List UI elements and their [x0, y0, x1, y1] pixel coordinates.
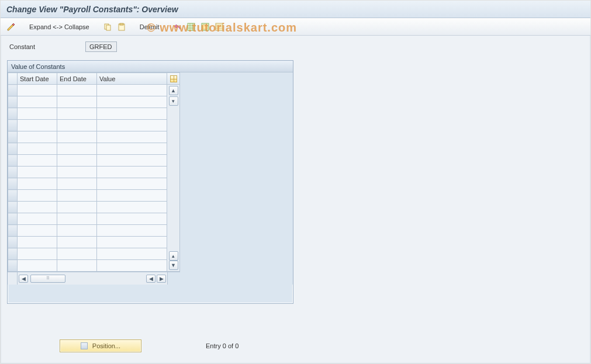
col-header-start-date[interactable]: Start Date	[18, 73, 57, 85]
scroll-thumb[interactable]: ⠿	[30, 275, 65, 283]
table-cell[interactable]	[57, 131, 97, 143]
scroll-left-button[interactable]: ◀	[19, 275, 28, 283]
table-cell[interactable]	[18, 131, 57, 143]
table-cell[interactable]	[57, 85, 97, 96]
table-row[interactable]	[8, 108, 167, 120]
deselect-all-button[interactable]	[199, 21, 211, 33]
table-cell[interactable]	[18, 237, 57, 248]
table-cell[interactable]	[18, 225, 57, 237]
table-cell[interactable]	[57, 167, 97, 178]
table-cell[interactable]	[18, 85, 57, 96]
table-row[interactable]	[8, 143, 167, 155]
table-cell[interactable]	[18, 143, 57, 155]
row-selector[interactable]	[8, 248, 18, 260]
table-cell[interactable]	[97, 85, 167, 96]
horizontal-scrollbar[interactable]: ◀ ⠿ ◀ ▶	[18, 272, 167, 285]
row-selector[interactable]	[8, 213, 18, 225]
table-cell[interactable]	[97, 248, 167, 260]
table-cell[interactable]	[18, 108, 57, 120]
table-cell[interactable]	[57, 225, 97, 237]
row-selector[interactable]	[8, 178, 18, 190]
table-cell[interactable]	[57, 202, 97, 213]
table-cell[interactable]	[18, 202, 57, 213]
row-selector[interactable]	[8, 237, 18, 248]
table-cell[interactable]	[57, 248, 97, 260]
table-cell[interactable]	[97, 213, 167, 225]
row-selector[interactable]	[8, 202, 18, 213]
table-cell[interactable]	[18, 155, 57, 167]
vertical-scrollbar[interactable]: ▲ ▾ ▴ ▼	[167, 85, 180, 272]
table-cell[interactable]	[18, 178, 57, 190]
scroll-up-button[interactable]: ▲	[169, 86, 178, 95]
col-header-value[interactable]: Value	[97, 73, 167, 85]
copy-button[interactable]	[102, 21, 113, 33]
table-row[interactable]	[8, 85, 167, 96]
table-cell[interactable]	[57, 237, 97, 248]
row-selector[interactable]	[8, 143, 18, 155]
table-cell[interactable]	[97, 131, 167, 143]
table-cell[interactable]	[57, 120, 97, 131]
row-selector[interactable]	[8, 167, 18, 178]
table-cell[interactable]	[97, 143, 167, 155]
col-header-end-date[interactable]: End Date	[57, 73, 97, 85]
table-cell[interactable]	[97, 108, 167, 120]
table-cell[interactable]	[97, 167, 167, 178]
table-config-button[interactable]	[167, 72, 180, 85]
table-row[interactable]	[8, 248, 167, 260]
row-selector[interactable]	[8, 260, 18, 272]
table-cell[interactable]	[18, 167, 57, 178]
table-cell[interactable]	[18, 190, 57, 202]
table-row[interactable]	[8, 178, 167, 190]
table-row[interactable]	[8, 190, 167, 202]
row-selector[interactable]	[8, 108, 18, 120]
position-button[interactable]: Position...	[60, 339, 141, 352]
row-selector[interactable]	[8, 120, 18, 131]
table-row[interactable]	[8, 96, 167, 108]
table-cell[interactable]	[97, 120, 167, 131]
table-row[interactable]	[8, 167, 167, 178]
expand-collapse-button[interactable]: Expand <-> Collapse	[25, 21, 94, 33]
table-cell[interactable]	[97, 202, 167, 213]
table-cell[interactable]	[97, 260, 167, 272]
table-cell[interactable]	[57, 213, 97, 225]
paste-button[interactable]	[116, 21, 127, 33]
table-row[interactable]	[8, 131, 167, 143]
delimit-button[interactable]: Delimit	[136, 21, 164, 33]
table-cell[interactable]	[18, 96, 57, 108]
table-row[interactable]	[8, 260, 167, 272]
row-selector[interactable]	[8, 85, 18, 96]
table-cell[interactable]	[18, 120, 57, 131]
table-cell[interactable]	[57, 108, 97, 120]
select-all-button[interactable]	[185, 21, 197, 33]
table-cell[interactable]	[57, 190, 97, 202]
table-cell[interactable]	[97, 190, 167, 202]
table-cell[interactable]	[57, 143, 97, 155]
scroll-down-thumb[interactable]: ▴	[169, 251, 178, 261]
table-cell[interactable]	[97, 96, 167, 108]
undo-button[interactable]	[171, 21, 183, 33]
table-cell[interactable]	[97, 155, 167, 167]
toggle-edit-button[interactable]	[5, 21, 17, 33]
row-selector[interactable]	[8, 190, 18, 202]
table-cell[interactable]	[97, 178, 167, 190]
table-cell[interactable]	[18, 248, 57, 260]
scroll-up-thumb[interactable]: ▾	[169, 96, 178, 106]
table-row[interactable]	[8, 155, 167, 167]
constants-table[interactable]: Start Date End Date Value	[8, 72, 167, 272]
table-row[interactable]	[8, 202, 167, 213]
row-selector[interactable]	[8, 155, 18, 167]
row-selector[interactable]	[8, 96, 18, 108]
table-view-button[interactable]	[213, 21, 225, 33]
table-row[interactable]	[8, 225, 167, 237]
scroll-down-button[interactable]: ▼	[169, 261, 178, 270]
table-cell[interactable]	[97, 225, 167, 237]
row-selector[interactable]	[8, 225, 18, 237]
table-cell[interactable]	[57, 260, 97, 272]
table-cell[interactable]	[97, 237, 167, 248]
table-cell[interactable]	[18, 260, 57, 272]
scroll-right-inner-button[interactable]: ◀	[146, 275, 155, 283]
table-row[interactable]	[8, 120, 167, 131]
scroll-right-button[interactable]: ▶	[157, 275, 166, 283]
table-row[interactable]	[8, 213, 167, 225]
table-cell[interactable]	[57, 96, 97, 108]
